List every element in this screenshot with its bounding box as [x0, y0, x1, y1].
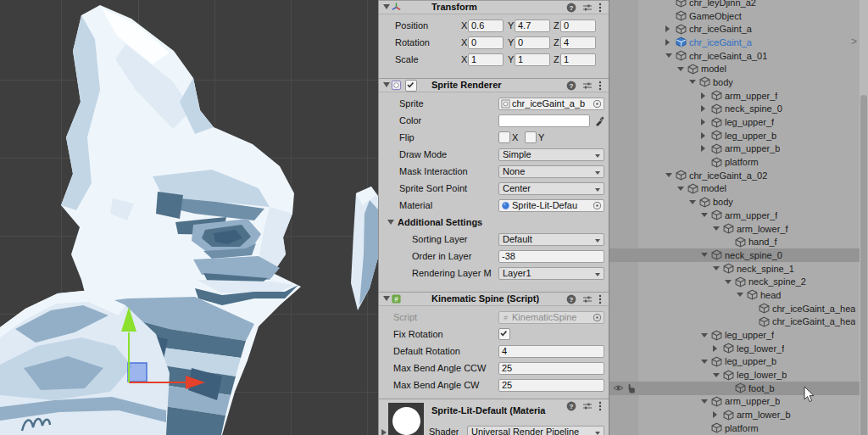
shader-dropdown[interactable]: Universal Render Pipeline: [467, 426, 604, 435]
hierarchy-row-chr-leydjinn-a2[interactable]: chr_leyDjinn_a2: [609, 0, 860, 9]
expand-collapse-arrow[interactable]: [677, 67, 684, 71]
component-header-sprite-renderer[interactable]: Sprite Renderer?: [379, 78, 609, 92]
max-bend-angle-cw-field[interactable]: 25: [498, 379, 604, 392]
hierarchy-row-chr-icegaint-a[interactable]: chr_iceGaint_a>: [609, 36, 860, 49]
expand-collapse-arrow[interactable]: [701, 119, 705, 125]
expand-collapse-arrow[interactable]: [701, 92, 705, 99]
hierarchy-row-arm-lower-f[interactable]: arm_lower_f: [609, 222, 860, 236]
expand-collapse-arrow[interactable]: [689, 200, 696, 204]
max-bend-angle-ccw-field[interactable]: 25: [498, 362, 604, 375]
expand-collapse-arrow[interactable]: [689, 80, 696, 84]
position-y-field[interactable]: 4.7: [515, 20, 550, 32]
scale-y-field[interactable]: 1: [515, 53, 550, 66]
expand-collapse-arrow[interactable]: [701, 213, 708, 217]
expand-collapse-arrow[interactable]: [701, 399, 708, 404]
kebab-menu-icon[interactable]: [598, 401, 602, 411]
expand-collapse-arrow[interactable]: [677, 187, 684, 191]
hierarchy-row-neck-spine-2[interactable]: neck_spine_2: [609, 275, 860, 288]
foldout-arrow-icon[interactable]: [383, 4, 390, 9]
component-header-transform[interactable]: Transform?: [379, 0, 609, 14]
eye-icon[interactable]: [613, 383, 624, 393]
picker-icon[interactable]: [593, 313, 602, 322]
component-header-kinematic-spine[interactable]: #Kinematic Spine (Script)?: [379, 292, 609, 306]
hierarchy-row-foot-b[interactable]: foot_b: [609, 382, 860, 395]
expand-collapse-arrow[interactable]: [701, 360, 708, 364]
sorting-layer-dropdown[interactable]: Default: [498, 233, 604, 246]
kebab-menu-icon[interactable]: [598, 81, 602, 91]
help-icon[interactable]: ?: [566, 81, 576, 91]
order-in-layer-field[interactable]: -38: [498, 250, 604, 263]
fix-rotation-checkbox[interactable]: [498, 328, 510, 340]
mask-interaction-dropdown[interactable]: None: [498, 165, 604, 178]
expand-collapse-arrow[interactable]: [713, 345, 717, 352]
rotation-z-field[interactable]: 4: [560, 36, 596, 49]
script-object-field[interactable]: #KinematicSpine: [498, 311, 604, 324]
sprite-sort-point-dropdown[interactable]: Center: [498, 182, 604, 195]
position-x-field[interactable]: 0.6: [468, 20, 504, 32]
foldout-arrow-icon[interactable]: [387, 220, 394, 225]
eyedropper-icon[interactable]: [594, 115, 604, 126]
expand-collapse-arrow[interactable]: [713, 373, 720, 377]
hierarchy-row-leg-upper-f[interactable]: leg_upper_f: [609, 115, 860, 129]
hierarchy-row-body[interactable]: body: [609, 195, 860, 209]
expand-collapse-arrow[interactable]: [701, 145, 705, 152]
scale-z-field[interactable]: 1: [560, 53, 596, 66]
hierarchy-row-neck-spine-0[interactable]: neck_spine_0: [609, 248, 860, 262]
expand-collapse-arrow[interactable]: [713, 266, 720, 270]
kebab-menu-icon[interactable]: [598, 294, 602, 304]
material-object-field[interactable]: Sprite-Lit-Defau: [498, 199, 604, 212]
hierarchy-row-chr-icegaint-a[interactable]: chr_iceGaint_a: [609, 22, 860, 36]
draw-mode-dropdown[interactable]: Simple: [498, 148, 604, 161]
prefab-chevron-icon[interactable]: >: [851, 36, 857, 48]
scale-x-field[interactable]: 1: [468, 53, 504, 66]
expand-collapse-arrow[interactable]: [725, 280, 732, 284]
hierarchy-row-leg-upper-b[interactable]: leg_upper_b: [609, 129, 860, 142]
expand-collapse-arrow[interactable]: [701, 105, 705, 112]
pick-hand-icon[interactable]: [626, 383, 636, 393]
hierarchy-row-neck-spine-1[interactable]: neck_spine_1: [609, 262, 860, 276]
expand-collapse-arrow[interactable]: [713, 411, 717, 418]
presets-icon[interactable]: [582, 401, 593, 411]
hierarchy-row-model[interactable]: model: [609, 62, 860, 75]
expand-collapse-arrow[interactable]: [665, 53, 672, 58]
default-rotation-field[interactable]: 4: [498, 345, 604, 358]
flip-y-checkbox[interactable]: [525, 131, 537, 143]
kebab-menu-icon[interactable]: [598, 3, 602, 13]
hierarchy-row-body[interactable]: body: [609, 75, 860, 89]
expand-collapse-arrow[interactable]: [701, 132, 705, 139]
presets-icon[interactable]: [582, 81, 593, 91]
foldout-arrow-icon[interactable]: [383, 296, 390, 301]
rendering-layer-m-dropdown[interactable]: Layer1: [498, 267, 604, 280]
sprite-object-field[interactable]: chr_iceGaint_a_b: [498, 98, 604, 110]
flip-x-checkbox[interactable]: [498, 131, 510, 143]
expand-collapse-arrow[interactable]: [665, 39, 670, 46]
help-icon[interactable]: ?: [566, 401, 576, 411]
expand-collapse-arrow[interactable]: [713, 226, 720, 231]
picker-icon[interactable]: [593, 99, 602, 109]
picker-icon[interactable]: [593, 201, 602, 210]
expand-collapse-arrow[interactable]: [737, 293, 743, 297]
hierarchy-row-gameobject[interactable]: GameObject: [609, 9, 860, 23]
material-foldout-arrow[interactable]: [381, 429, 387, 435]
presets-icon[interactable]: [582, 3, 593, 13]
hierarchy-row-chr-icegaint-a-hea[interactable]: chr_iceGaint_a_hea: [609, 315, 860, 329]
hierarchy-row-leg-upper-f[interactable]: leg_upper_f: [609, 328, 860, 342]
hierarchy-row-head[interactable]: head: [609, 288, 860, 302]
color-swatch[interactable]: [498, 114, 590, 127]
hierarchy-row-platform[interactable]: platform: [609, 421, 860, 435]
help-icon[interactable]: ?: [566, 294, 576, 304]
expand-collapse-arrow[interactable]: [665, 25, 670, 32]
hierarchy-row-leg-lower-b[interactable]: leg_lower_b: [609, 368, 860, 382]
foldout-arrow-icon[interactable]: [383, 82, 390, 87]
hierarchy-row-neck-spine-0[interactable]: neck_spine_0: [609, 103, 860, 116]
component-enabled-checkbox[interactable]: [405, 80, 417, 92]
hierarchy-row-arm-upper-b[interactable]: arm_upper_b: [609, 142, 860, 156]
hierarchy-row-platform[interactable]: platform: [609, 155, 860, 169]
position-z-field[interactable]: 0: [560, 20, 596, 32]
hierarchy-row-chr-icegaint-a-02[interactable]: chr_iceGaint_a_02: [609, 169, 860, 182]
hierarchy-row-leg-upper-b[interactable]: leg_upper_b: [609, 355, 860, 369]
hierarchy-row-chr-icegaint-a-01[interactable]: chr_iceGaint_a_01: [609, 49, 860, 63]
scene-view[interactable]: [0, 0, 378, 435]
rotation-y-field[interactable]: 0: [515, 36, 550, 49]
expand-collapse-arrow[interactable]: [701, 253, 708, 257]
